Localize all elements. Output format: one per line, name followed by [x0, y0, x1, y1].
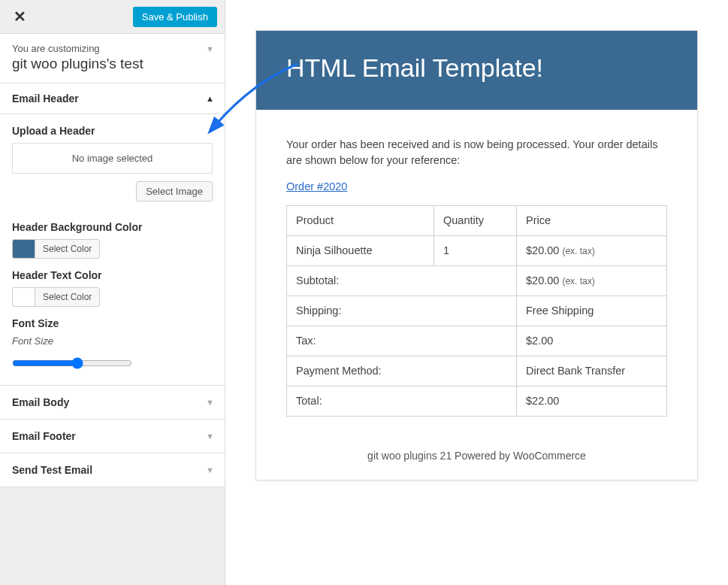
email-header-panel: Upload a Header No image selected Select… [0, 114, 225, 386]
section-title: Email Body [12, 396, 69, 408]
text-color-control: Select Color [12, 287, 213, 307]
order-table: Product Quantity Price Ninja Silhouette … [286, 205, 667, 417]
top-actions: ✕ Save & Publish [0, 0, 225, 34]
item-qty: 1 [434, 236, 517, 266]
upload-header-label: Upload a Header [12, 125, 213, 137]
caret-down-icon: ▼ [206, 432, 214, 441]
customizer-sidebar: ✕ Save & Publish ▼ You are customizing g… [0, 0, 225, 585]
section-email-header[interactable]: Email Header ▲ [0, 83, 225, 114]
customizing-label: You are customizing [12, 43, 213, 54]
email-title: HTML Email Template! [286, 53, 667, 83]
caret-up-icon: ▲ [206, 94, 214, 103]
col-price: Price [517, 206, 667, 236]
email-preview-pane: HTML Email Template! Your order has been… [225, 0, 728, 585]
font-size-slider[interactable] [12, 357, 132, 369]
bg-color-swatch[interactable] [12, 239, 35, 259]
tax-value: $2.00 [517, 326, 667, 356]
font-size-label: Font Size [12, 317, 213, 329]
section-email-footer[interactable]: Email Footer ▼ [0, 420, 225, 453]
total-label: Total: [287, 386, 517, 417]
shipping-label: Shipping: [287, 296, 517, 326]
table-row: Total: $22.00 [287, 386, 667, 417]
payment-label: Payment Method: [287, 356, 517, 386]
text-color-label: Header Text Color [12, 269, 213, 281]
bg-color-control: Select Color [12, 239, 213, 259]
table-row: Ninja Silhouette 1 $20.00 (ex. tax) [287, 236, 667, 266]
text-select-color-button[interactable]: Select Color [35, 287, 100, 307]
email-footer: git woo plugins 21 Powered by WooCommerc… [256, 432, 697, 480]
email-intro: Your order has been received and is now … [286, 137, 667, 168]
section-email-body[interactable]: Email Body ▼ [0, 386, 225, 420]
select-image-button[interactable]: Select Image [136, 181, 213, 202]
site-title: git woo plugins's test [12, 56, 213, 72]
total-value: $22.00 [517, 386, 667, 417]
image-placeholder: No image selected [12, 143, 213, 174]
section-title: Email Footer [12, 430, 76, 442]
tax-label: Tax: [287, 326, 517, 356]
section-title: Send Test Email [12, 464, 92, 476]
col-quantity: Quantity [434, 206, 517, 236]
section-send-test[interactable]: Send Test Email ▼ [0, 453, 225, 487]
close-button[interactable]: ✕ [8, 6, 32, 27]
email-template: HTML Email Template! Your order has been… [255, 30, 698, 480]
caret-down-icon: ▼ [206, 398, 214, 407]
item-name: Ninja Silhouette [287, 236, 434, 266]
item-price: $20.00 (ex. tax) [517, 236, 667, 266]
save-publish-button[interactable]: Save & Publish [133, 7, 217, 27]
shipping-value: Free Shipping [517, 296, 667, 326]
bg-select-color-button[interactable]: Select Color [35, 239, 100, 259]
customizing-info[interactable]: ▼ You are customizing git woo plugins's … [0, 34, 225, 83]
payment-value: Direct Bank Transfer [517, 356, 667, 386]
table-row: Subtotal: $20.00 (ex. tax) [287, 266, 667, 296]
col-product: Product [287, 206, 434, 236]
table-row: Payment Method: Direct Bank Transfer [287, 356, 667, 386]
table-header-row: Product Quantity Price [287, 206, 667, 236]
section-title: Email Header [12, 92, 79, 105]
subtotal-label: Subtotal: [287, 266, 517, 296]
subtotal-value: $20.00 (ex. tax) [517, 266, 667, 296]
caret-down-icon: ▼ [206, 465, 214, 474]
email-header: HTML Email Template! [256, 31, 697, 110]
font-size-sublabel: Font Size [12, 335, 213, 347]
email-body: Your order has been received and is now … [256, 110, 697, 432]
table-row: Shipping: Free Shipping [287, 296, 667, 326]
caret-down-icon: ▼ [206, 44, 214, 53]
text-color-swatch[interactable] [12, 287, 35, 307]
order-link[interactable]: Order #2020 [286, 180, 347, 192]
table-row: Tax: $2.00 [287, 326, 667, 356]
bg-color-label: Header Background Color [12, 221, 213, 233]
